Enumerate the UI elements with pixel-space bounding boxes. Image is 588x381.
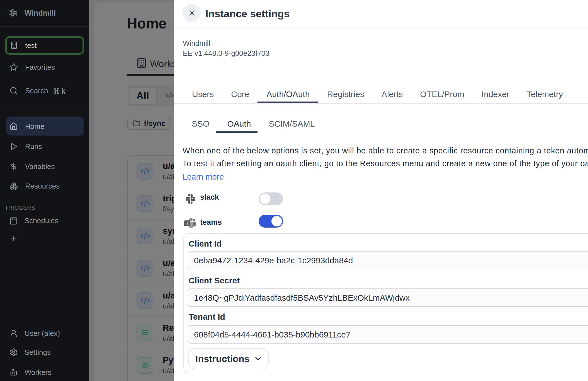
svg-text:T: T bbox=[186, 221, 189, 226]
